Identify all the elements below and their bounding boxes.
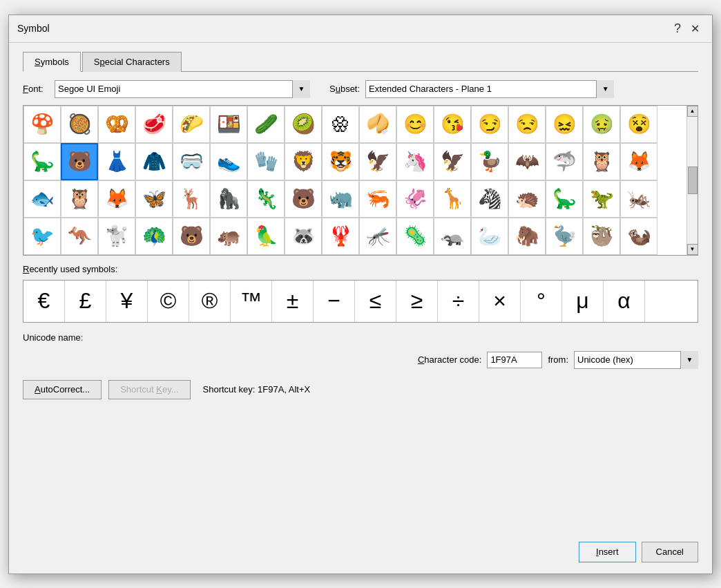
symbol-cell[interactable]: 🦒 (434, 180, 471, 218)
symbol-cell[interactable]: 🦑 (396, 180, 434, 218)
symbol-cell[interactable]: 🥒 (247, 106, 285, 143)
symbol-cell[interactable]: 🦍 (210, 180, 247, 218)
close-button[interactable]: ✕ (686, 21, 704, 37)
symbol-cell[interactable]: 🦌 (173, 180, 210, 218)
symbol-cell[interactable]: 🥨 (98, 106, 135, 143)
cancel-button[interactable]: Cancel (642, 542, 698, 562)
symbol-cell[interactable]: 🦣 (508, 218, 546, 255)
symbol-cell[interactable]: 🥩 (135, 106, 173, 143)
tab-symbols-label: Symbols (35, 57, 69, 67)
symbol-cell[interactable]: 🦞 (322, 218, 359, 255)
symbol-cell[interactable]: 🍄 (23, 106, 61, 143)
symbol-cell[interactable]: 🐻 (285, 180, 322, 218)
recent-symbol-cell[interactable]: × (479, 281, 521, 322)
character-code-input[interactable] (487, 352, 542, 368)
symbol-cell[interactable]: 👟 (210, 143, 247, 180)
symbol-cell[interactable]: 🦦 (620, 218, 657, 255)
symbol-cell[interactable]: 🦝 (285, 218, 322, 255)
recent-symbol-cell[interactable]: − (314, 281, 355, 322)
symbol-cell[interactable]: 🤢 (583, 106, 620, 143)
recent-symbol-cell[interactable]: ≥ (396, 281, 438, 322)
symbol-cell[interactable]: 🦜 (247, 218, 285, 255)
recent-symbol-cell[interactable]: © (148, 281, 189, 322)
symbol-cell[interactable]: 🦉 (583, 143, 620, 180)
symbol-cell[interactable]: 🐯 (322, 143, 359, 180)
symbol-cell[interactable]: 🦕 (546, 180, 583, 218)
subset-select[interactable]: Extended Characters - Plane 1 (365, 80, 614, 98)
font-select[interactable]: Segoe UI Emoji (55, 80, 310, 98)
symbol-cell[interactable]: 🦗 (620, 180, 657, 218)
scroll-up-button[interactable]: ▲ (687, 106, 698, 117)
symbol-cell[interactable]: 🧥 (135, 143, 173, 180)
symbol-cell[interactable]: 😖 (546, 106, 583, 143)
recent-symbol-cell[interactable]: ® (189, 281, 231, 322)
help-button[interactable]: ? (674, 21, 681, 36)
symbol-cell[interactable]: 🦉 (61, 180, 98, 218)
symbol-cell[interactable]: 🥽 (173, 143, 210, 180)
symbol-cell[interactable]: 🧤 (247, 143, 285, 180)
tab-special-characters[interactable]: Special Characters (82, 52, 182, 72)
recent-symbol-cell[interactable]: α (604, 281, 645, 322)
symbol-cell[interactable]: 🐩 (98, 218, 135, 255)
symbol-cell[interactable]: 🦊 (98, 180, 135, 218)
symbol-cell[interactable]: 🦇 (508, 143, 546, 180)
symbol-cell[interactable]: 🦋 (135, 180, 173, 218)
symbol-cell[interactable]: 🦠 (396, 218, 434, 255)
symbol-cell[interactable]: 🦅 (359, 143, 396, 180)
symbol-cell[interactable]: 🦆 (471, 143, 508, 180)
symbol-cell[interactable]: 🥝 (285, 106, 322, 143)
symbol-cell[interactable]: 😵 (620, 106, 657, 143)
recent-symbol-cell[interactable]: ≤ (355, 281, 396, 322)
recent-symbol-cell[interactable]: ÷ (438, 281, 479, 322)
symbol-cell[interactable]: 🥠 (359, 106, 396, 143)
recent-symbol-cell[interactable]: £ (65, 281, 106, 322)
symbol-cell[interactable]: 🦢 (471, 218, 508, 255)
symbol-cell[interactable]: 🦅 (434, 143, 471, 180)
symbol-cell[interactable]: 🌮 (173, 106, 210, 143)
symbol-cell[interactable]: 🦡 (434, 218, 471, 255)
scroll-thumb[interactable] (688, 167, 698, 194)
autocorrect-button[interactable]: AutoCorrect... (23, 380, 102, 399)
insert-button[interactable]: Insert (579, 542, 636, 562)
symbol-cell[interactable]: 🐦 (23, 218, 61, 255)
shortcut-key-button[interactable]: Shortcut Key... (108, 380, 190, 399)
symbol-cell[interactable]: 🦘 (61, 218, 98, 255)
symbol-cell[interactable]: 🦔 (508, 180, 546, 218)
recent-symbol-cell[interactable]: ° (521, 281, 562, 322)
symbol-cell[interactable]: 🦟 (359, 218, 396, 255)
recent-symbol-cell[interactable]: ± (272, 281, 314, 322)
symbol-cell[interactable]: 🐟 (23, 180, 61, 218)
symbol-scrollbar[interactable]: ▲ ▼ (686, 106, 698, 255)
symbol-cell[interactable]: 😊 (396, 106, 434, 143)
recent-symbol-cell[interactable]: μ (562, 281, 604, 322)
symbol-cell[interactable]: 🦛 (210, 218, 247, 255)
symbol-cell[interactable]: 🦏 (322, 180, 359, 218)
symbol-cell[interactable]: 😏 (471, 106, 508, 143)
symbol-cell[interactable]: 🦈 (546, 143, 583, 180)
symbol-cell[interactable]: 🦕 (23, 143, 61, 180)
symbol-cell[interactable]: 🦐 (359, 180, 396, 218)
symbol-cell[interactable]: 🦄 (396, 143, 434, 180)
recent-symbol-cell[interactable]: ¥ (106, 281, 148, 322)
recent-symbol-cell[interactable]: € (23, 281, 65, 322)
symbol-cell[interactable]: 😒 (508, 106, 546, 143)
recent-symbol-cell[interactable]: ™ (231, 281, 272, 322)
symbol-cell[interactable]: 🐻 (61, 143, 98, 180)
symbol-cell[interactable]: 🦖 (583, 180, 620, 218)
symbol-cell[interactable]: 🐻 (173, 218, 210, 255)
symbol-cell[interactable]: 🥘 (61, 106, 98, 143)
from-select[interactable]: Unicode (hex) ASCII (decimal) ASCII (hex… (574, 351, 698, 369)
tab-symbols[interactable]: Symbols (23, 52, 81, 72)
symbol-cell[interactable]: 🏵 (322, 106, 359, 143)
symbol-cell[interactable]: 🦎 (247, 180, 285, 218)
symbol-cell[interactable]: 🍱 (210, 106, 247, 143)
symbol-cell[interactable]: 🦁 (285, 143, 322, 180)
symbol-cell[interactable]: 🦥 (583, 218, 620, 255)
symbol-cell[interactable]: 🦚 (135, 218, 173, 255)
symbol-cell[interactable]: 😘 (434, 106, 471, 143)
symbol-cell[interactable]: 👗 (98, 143, 135, 180)
symbol-cell[interactable]: 🦊 (620, 143, 657, 180)
scroll-down-button[interactable]: ▼ (687, 244, 698, 255)
symbol-cell[interactable]: 🦤 (546, 218, 583, 255)
symbol-cell[interactable]: 🦓 (471, 180, 508, 218)
